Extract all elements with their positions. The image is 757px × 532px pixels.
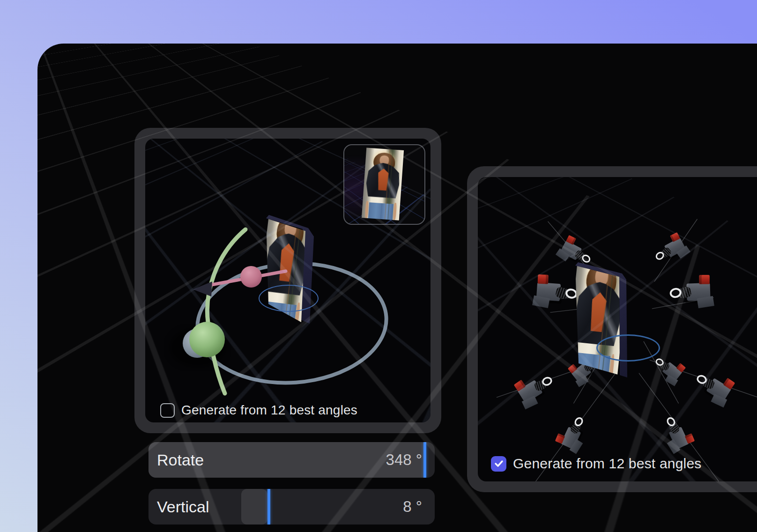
reference-photo-thumbnail[interactable]	[343, 144, 425, 225]
reference-photo	[362, 148, 404, 220]
generate-angles-label: Generate from 12 best angles	[513, 456, 702, 472]
vertical-orbit-arc	[208, 229, 245, 393]
rotate-slider[interactable]: Rotate 348 °	[148, 442, 435, 478]
generate-angles-checkbox[interactable]	[491, 456, 506, 472]
checkmark-icon	[494, 459, 504, 468]
best-angles-viewport[interactable]: Generate from 12 best angles	[478, 177, 757, 481]
scene-canvas: Generate from 12 best angles Rotate 348 …	[37, 44, 757, 532]
vertical-slider-thumb[interactable]	[241, 489, 267, 525]
generate-angles-option[interactable]: Generate from 12 best angles	[160, 402, 357, 418]
ground-ring	[596, 334, 660, 362]
pink-orbit-handle[interactable]	[240, 266, 262, 288]
generate-angles-label: Generate from 12 best angles	[181, 403, 357, 418]
vertical-slider-handle[interactable]	[267, 489, 270, 525]
generate-angles-option[interactable]: Generate from 12 best angles	[491, 455, 702, 472]
generate-angles-checkbox[interactable]	[160, 403, 175, 418]
vertical-slider-value: 8 °	[403, 498, 422, 516]
vertical-slider[interactable]: Vertical 8 °	[148, 489, 435, 525]
orbit-editor-viewport[interactable]: Generate from 12 best angles	[145, 139, 430, 422]
axis-arrow-cone[interactable]	[193, 281, 212, 296]
orbit-editor-panel: Generate from 12 best angles	[134, 128, 441, 433]
vertical-slider-label: Vertical	[157, 498, 209, 516]
rotate-slider-handle[interactable]	[423, 442, 426, 478]
rotate-slider-label: Rotate	[157, 451, 204, 469]
camera-angle-tool: { "left_panel": { "checkbox": { "label":…	[0, 0, 757, 532]
rotate-slider-value: 348 °	[386, 451, 422, 469]
green-orbit-handle[interactable]	[189, 322, 225, 357]
best-angles-panel: Generate from 12 best angles	[467, 166, 757, 492]
